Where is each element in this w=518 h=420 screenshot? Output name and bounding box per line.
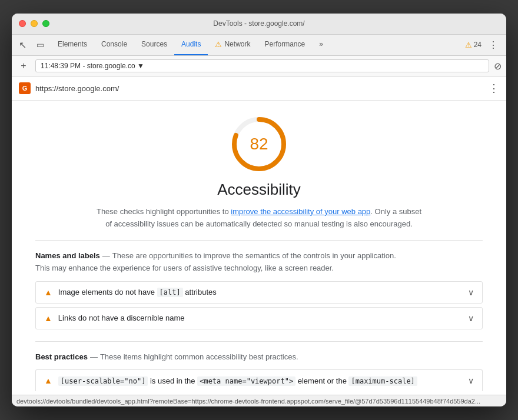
tab-network[interactable]: ⚠ Network xyxy=(208,35,257,55)
tab-performance[interactable]: Performance xyxy=(257,35,312,55)
tab-sources[interactable]: Sources xyxy=(134,35,174,55)
audit-item-viewport[interactable]: ▲ [user-scalable="no"] is used in the <m… xyxy=(35,369,483,391)
links-warn-icon: ▲ xyxy=(44,314,52,323)
cursor-icon: ↖ xyxy=(19,39,26,51)
score-desc-pre: These checks highlight opportunities to xyxy=(97,207,231,216)
window-title: DevTools - store.google.com/ xyxy=(213,19,304,28)
names-labels-subdesc: This may enhance the experience for user… xyxy=(35,262,483,274)
links-text: Links do not have a discernible name xyxy=(58,314,185,322)
favicon: G xyxy=(19,82,31,94)
viewport-warn-icon: ▲ xyxy=(44,376,52,385)
tab-console-label: Console xyxy=(101,40,127,48)
alt-code: [alt] xyxy=(157,288,183,297)
cursor-icon-button[interactable]: ↖ xyxy=(14,36,31,53)
tab-elements-label: Elements xyxy=(58,40,87,48)
warnings-badge: ⚠ 24 xyxy=(465,41,482,49)
plus-icon: + xyxy=(21,61,26,71)
status-bar: devtools://devtools/bundled/devtools_app… xyxy=(12,395,506,406)
names-labels-title: Names and labels xyxy=(35,251,100,260)
best-practices-desc: These items highlight common accessibili… xyxy=(100,352,298,361)
audit-url-bar: G https://store.google.com/ ⋮ xyxy=(12,77,506,101)
device-icon-button[interactable]: ▭ xyxy=(32,36,48,53)
links-chevron-icon: ∨ xyxy=(468,314,474,323)
traffic-lights xyxy=(19,20,49,27)
audit-item-alt[interactable]: ▲ Image elements do not have [alt] attri… xyxy=(35,281,483,304)
add-tab-button[interactable]: + xyxy=(16,59,31,73)
score-section: 82 Accessibility These checks highlight … xyxy=(35,115,483,231)
audit-item-links[interactable]: ▲ Links do not have a discernible name ∨ xyxy=(35,307,483,329)
url-bar: + ⊘ xyxy=(12,56,506,77)
close-button[interactable] xyxy=(19,20,26,27)
title-bar: DevTools - store.google.com/ xyxy=(12,14,506,35)
viewport-chevron-icon: ∨ xyxy=(468,376,474,385)
minimize-button[interactable] xyxy=(31,20,38,27)
names-labels-desc: These are opportunities to improve the s… xyxy=(112,251,396,260)
network-warning-icon: ⚠ xyxy=(215,40,222,49)
alt-chevron-icon: ∨ xyxy=(468,288,474,297)
maximize-button[interactable] xyxy=(42,20,49,27)
best-practices-section: Best practices—These items highlight com… xyxy=(35,341,483,392)
audit-more-button[interactable]: ⋮ xyxy=(489,82,499,95)
viewport-code-end: [maximum-scale] xyxy=(348,376,417,386)
score-description: These checks highlight opportunities to … xyxy=(94,206,424,231)
nav-icons: ↖ ▭ xyxy=(14,36,48,53)
links-item-text: Links do not have a discernible name xyxy=(58,314,463,322)
viewport-code-pre: [user-scalable="no"] xyxy=(58,376,148,386)
alt-text-post: attributes xyxy=(183,288,217,296)
tab-sources-label: Sources xyxy=(141,40,167,48)
score-value: 82 xyxy=(250,135,268,154)
status-text: devtools://devtools/bundled/devtools_app… xyxy=(16,398,480,405)
warnings-count: 24 xyxy=(474,41,482,49)
devtools-window: DevTools - store.google.com/ ↖ ▭ Element… xyxy=(12,14,506,406)
overflow-icon: » xyxy=(319,40,323,48)
names-labels-dash: — xyxy=(102,251,110,260)
viewport-item-text: [user-scalable="no"] is used in the <met… xyxy=(58,376,463,385)
names-labels-header: Names and labels—These are opportunities… xyxy=(35,250,483,274)
device-icon: ▭ xyxy=(36,40,44,49)
tab-overflow[interactable]: » xyxy=(312,35,330,55)
alt-item-text: Image elements do not have [alt] attribu… xyxy=(58,288,463,296)
more-options-button[interactable]: ⋮ xyxy=(485,36,502,53)
score-title: Accessibility xyxy=(217,181,301,199)
audit-url-text: https://store.google.com/ xyxy=(35,84,484,93)
score-desc-link[interactable]: improve the accessibility of your web ap… xyxy=(231,207,370,216)
url-input[interactable] xyxy=(35,59,489,72)
main-content: 82 Accessibility These checks highlight … xyxy=(12,101,506,395)
nav-tabs: Elements Console Sources Audits ⚠ Networ… xyxy=(51,35,465,55)
stop-icon: ⊘ xyxy=(494,61,502,72)
best-practices-dash: — xyxy=(90,352,98,361)
tab-elements[interactable]: Elements xyxy=(51,35,94,55)
tab-audits[interactable]: Audits xyxy=(174,35,208,55)
tab-network-label: Network xyxy=(224,40,250,48)
viewport-text-end: element or the xyxy=(295,376,348,385)
tab-audits-label: Audits xyxy=(181,40,201,48)
best-practices-title: Best practices xyxy=(35,352,88,361)
nav-right: ⚠ 24 ⋮ xyxy=(465,36,504,53)
warnings-triangle-icon: ⚠ xyxy=(465,41,472,49)
alt-text-pre: Image elements do not have xyxy=(58,288,157,296)
score-circle: 82 xyxy=(230,115,288,174)
viewport-text-mid: is used in the xyxy=(148,376,197,385)
best-practices-header: Best practices—These items highlight com… xyxy=(35,351,483,363)
alt-warn-icon: ▲ xyxy=(44,288,52,297)
more-options-icon: ⋮ xyxy=(489,39,498,51)
viewport-code-mid: <meta name="viewport"> xyxy=(197,376,295,386)
tab-console[interactable]: Console xyxy=(94,35,134,55)
tab-performance-label: Performance xyxy=(264,40,305,48)
names-labels-section: Names and labels—These are opportunities… xyxy=(35,240,483,329)
devtools-nav: ↖ ▭ Elements Console Sources Audits ⚠ Ne… xyxy=(12,35,506,56)
